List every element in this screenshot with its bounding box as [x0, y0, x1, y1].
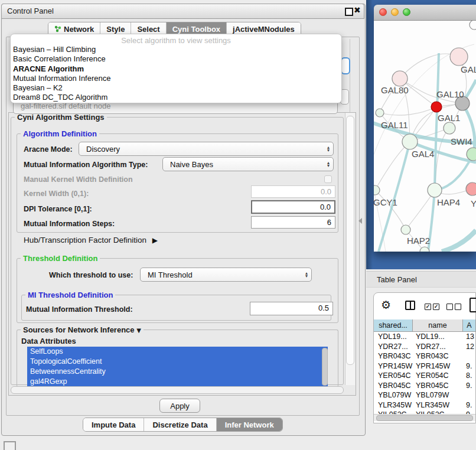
table-panel-titlebar[interactable]: Table Panel — [366, 271, 476, 288]
kernel-width-input[interactable]: 0.0 — [251, 185, 335, 198]
table-cell: YER054C — [374, 371, 413, 380]
hub-definition-toggle[interactable]: Hub/Transcription Factor Definition ▶ — [24, 236, 158, 244]
algorithm-definition-title: Algorithm Definition — [21, 129, 99, 138]
unchecked-box-icon[interactable] — [455, 304, 461, 310]
table-horizontal-scrollbar-thumb[interactable] — [376, 415, 473, 421]
network-node-label: GAL4 — [412, 149, 434, 159]
algorithm-dropdown-item[interactable]: ARACNE Algorithm — [11, 64, 341, 74]
table-panel-title: Table Panel — [377, 275, 417, 284]
close-traffic-light-icon[interactable] — [379, 8, 387, 16]
tab-infer-network[interactable]: Infer Network — [217, 418, 282, 431]
sources-group-title[interactable]: Sources for Network Inference ▼ — [21, 325, 144, 334]
algorithm-dropdown-item[interactable]: Mutual Information Inference — [11, 74, 341, 83]
column-header-third[interactable]: A — [463, 319, 476, 331]
tab-impute-data[interactable]: Impute Data — [83, 418, 144, 431]
table-cell: YBL079W — [374, 391, 413, 399]
data-attributes-list[interactable]: SelfLoopsTopologicalCoefficientBetweenne… — [27, 347, 328, 386]
algorithm-dropdown-item[interactable]: Dream8 DC_TDC Algorithm — [11, 93, 341, 102]
column-header-shared-name[interactable]: shared... — [374, 319, 413, 331]
network-node-label: GAL80 — [381, 85, 409, 95]
network-node[interactable] — [428, 183, 442, 197]
table-cell: YLR345W — [413, 401, 463, 409]
dpi-tolerance-input[interactable]: 0.0 — [251, 200, 335, 214]
network-node[interactable] — [470, 21, 476, 30]
table-row[interactable]: YBL079WYBL079W — [374, 390, 476, 400]
splitter-collapse-icon[interactable] — [358, 218, 362, 224]
inference-algorithm-combo-fragment[interactable] — [341, 57, 350, 74]
network-node-label: HAP4 — [437, 197, 460, 207]
settings-horizontal-scrollbar-thumb[interactable] — [11, 386, 344, 394]
settings-gear-icon[interactable]: ⚙ — [381, 298, 391, 311]
data-attribute-item[interactable]: BetweennessCentrality — [27, 367, 328, 377]
control-panel-titlebar[interactable] — [1, 4, 364, 19]
data-attribute-item[interactable]: gal4RGexp — [27, 377, 328, 386]
float-window-icon[interactable] — [345, 8, 353, 16]
apply-button[interactable]: Apply — [159, 399, 200, 413]
mi-steps-input[interactable]: 6 — [251, 216, 335, 229]
table-row[interactable]: YBR045CYBR045C9. — [374, 381, 476, 391]
table-row[interactable]: YIL052CYIL052C9. — [374, 410, 476, 414]
manual-kernel-width-checkbox[interactable] — [324, 175, 332, 183]
table-cell: YPR145W — [374, 362, 413, 370]
network-node-label: SWI4 — [451, 136, 472, 146]
table-body[interactable]: YDL19...YDL19...13YDR27...YDR27...12YBR0… — [374, 332, 476, 414]
network-window-titlebar[interactable] — [374, 5, 476, 21]
table-cell: 9. — [463, 401, 476, 409]
table-row[interactable]: YDR27...YDR27...12 — [374, 342, 476, 352]
control-panel-title: Control Panel — [7, 6, 54, 15]
network-node[interactable] — [444, 122, 455, 134]
network-node[interactable] — [374, 185, 380, 195]
settings-vertical-scrollbar-thumb[interactable] — [346, 116, 354, 365]
algorithm-dropdown-item[interactable]: Bayesian – K2 — [11, 83, 341, 93]
algorithm-dropdown-popup: Select algorithm to view settings Bayesi… — [10, 34, 342, 103]
network-node[interactable] — [402, 134, 418, 149]
minimize-traffic-light-icon[interactable] — [391, 8, 399, 16]
mi-algorithm-type-combo[interactable]: Naive Bayes ▴▾ — [162, 157, 334, 171]
mi-threshold-input[interactable]: 0.5 — [250, 302, 333, 315]
network-node[interactable] — [466, 182, 476, 195]
table-cell: YBR045C — [413, 381, 463, 390]
data-attribute-item[interactable]: TopologicalCoefficient — [27, 357, 328, 367]
aracne-mode-label: Aracne Mode: — [24, 145, 73, 154]
network-node[interactable] — [431, 102, 442, 112]
document-icon[interactable] — [470, 298, 476, 312]
table-row[interactable]: YPR145WYPR145W9. — [374, 361, 476, 371]
table-row[interactable]: YLR345WYLR345W9. — [374, 400, 476, 410]
checked-box-icon[interactable]: ✓ — [433, 304, 439, 310]
network-node-label: Y — [471, 198, 476, 208]
network-node[interactable] — [392, 71, 407, 86]
column-layout-icon[interactable] — [405, 301, 415, 310]
network-node-label: GCY1 — [374, 197, 397, 207]
algorithm-dropdown-item[interactable]: Basic Correlation Inference — [11, 54, 341, 64]
table-row[interactable]: YBR043CYBR043C — [374, 351, 476, 361]
zoom-traffic-light-icon[interactable] — [403, 8, 410, 16]
mi-threshold-definition-title: MI Threshold Definition — [25, 291, 115, 299]
which-threshold-combo[interactable]: MI Threshold ▴▾ — [140, 268, 312, 282]
data-attribute-item[interactable]: SelfLoops — [27, 347, 328, 357]
checked-box-icon[interactable]: ✓ — [425, 304, 431, 310]
panel-border-fragment — [350, 39, 350, 112]
network-node[interactable] — [450, 48, 468, 66]
mi-steps-label: Mutual Information Steps: — [24, 220, 115, 228]
table-row[interactable]: YDL19...YDL19...13 — [374, 332, 476, 342]
unchecked-box-icon[interactable] — [446, 304, 453, 310]
which-threshold-label: Which threshold to use: — [49, 271, 133, 279]
close-icon[interactable]: ✖ — [354, 5, 361, 15]
network-node-label: GAL11 — [381, 120, 408, 130]
column-header-name[interactable]: name — [413, 319, 463, 331]
attributes-scrollbar-thumb[interactable] — [322, 348, 328, 386]
network-graph-icon — [54, 25, 61, 32]
table-row[interactable]: YER054CYER054C8. — [374, 371, 476, 381]
table-cell: YDL19... — [374, 332, 413, 341]
network-canvas[interactable]: GALGAL80GAL10GAL1GAL11SWI4GAL4GCY1HAP4YH… — [374, 21, 476, 252]
table-cell: 13 — [463, 332, 476, 341]
aracne-mode-combo[interactable]: Discovery ▴▾ — [79, 142, 334, 156]
tab-discretize-data[interactable]: Discretize Data — [144, 418, 216, 431]
table-cell: 9. — [463, 381, 476, 390]
collapse-panel-button[interactable] — [4, 441, 16, 450]
network-node[interactable] — [467, 148, 476, 161]
table-cell: YDR27... — [374, 343, 413, 351]
network-node[interactable] — [401, 225, 410, 234]
algorithm-dropdown-item[interactable]: Bayesian – Hill Climbing — [11, 45, 341, 54]
network-node[interactable] — [376, 109, 384, 117]
